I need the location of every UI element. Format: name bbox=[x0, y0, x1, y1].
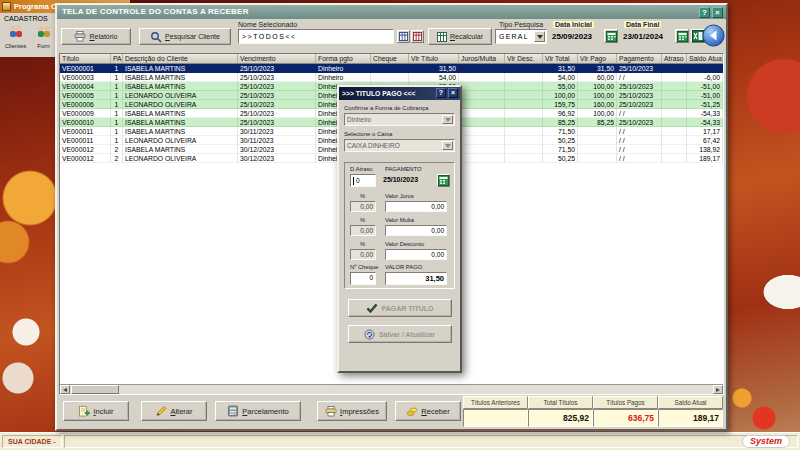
cell-forma: Dinheiro bbox=[316, 73, 371, 82]
cell-vlr_pago bbox=[578, 145, 617, 154]
valor-multa-input[interactable]: 0,00 bbox=[385, 225, 447, 236]
pesquisar-cliente-button[interactable]: Pesquisar Cliente bbox=[139, 28, 231, 45]
column-header-juros_multa[interactable]: Juros/Multa bbox=[459, 54, 505, 63]
dialog-titlebar[interactable]: >>> TITULO PAGO <<< ? × bbox=[339, 87, 460, 100]
receber-label: Receber bbox=[421, 407, 449, 416]
valor-desconto-input[interactable]: 0,00 bbox=[385, 249, 447, 260]
relatorio-button[interactable]: Relatório bbox=[61, 28, 131, 45]
alterar-button[interactable]: Alterar bbox=[141, 401, 207, 421]
cell-vlr_total: 96,92 bbox=[543, 109, 578, 118]
d-atraso-input[interactable]: 0 bbox=[350, 174, 376, 187]
data-inicial-calendar-button[interactable] bbox=[604, 29, 618, 43]
numero-cheque-input[interactable]: 0 bbox=[350, 272, 376, 285]
back-arrow-button[interactable] bbox=[702, 24, 725, 47]
parcelamento-button[interactable]: Parcelamento bbox=[215, 401, 301, 421]
column-header-vlr_desc[interactable]: Vlr Desc. bbox=[505, 54, 543, 63]
table-row[interactable]: VE0000011ISABELA MARTINS25/10/2023Dinhei… bbox=[60, 64, 723, 73]
dialog-help-button[interactable]: ? bbox=[436, 88, 446, 98]
window-close-button[interactable]: × bbox=[712, 7, 723, 18]
cell-pagamento: 25/10/2023 bbox=[617, 118, 662, 127]
tipo-pesquisa-select[interactable]: GERAL bbox=[495, 29, 547, 44]
cell-vlr_pago: 100,00 bbox=[578, 82, 617, 91]
juros-percent-input[interactable]: 0,00 bbox=[350, 201, 376, 212]
window-titlebar[interactable]: TELA DE CONTROLE DO CONTAS A RECEBER ? × bbox=[57, 5, 726, 19]
recalcular-button[interactable]: Recalcular bbox=[428, 28, 492, 45]
data-final-value[interactable]: 23/01/2024 bbox=[623, 32, 663, 41]
blue-arrow-icon bbox=[702, 24, 725, 47]
window-title: TELA DE CONTROLE DO CONTAS A RECEBER bbox=[62, 7, 249, 16]
cell-saldo bbox=[687, 64, 723, 73]
pagamento-date[interactable]: 25/10/2023 bbox=[383, 176, 418, 183]
data-final-calendar-button[interactable] bbox=[675, 29, 689, 43]
cell-juros_multa bbox=[459, 82, 505, 91]
nome-selecionado-input[interactable]: >>TODOS<< bbox=[238, 29, 394, 44]
chevron-down-icon[interactable] bbox=[534, 31, 545, 42]
cell-vencimento: 25/10/2023 bbox=[238, 91, 316, 100]
multa-percent-input[interactable]: 0,00 bbox=[350, 225, 376, 236]
add-document-icon bbox=[78, 405, 90, 417]
cell-vencimento: 25/10/2023 bbox=[238, 118, 316, 127]
grid-view-button-2[interactable] bbox=[411, 30, 424, 43]
window-help-button[interactable]: ? bbox=[699, 7, 710, 18]
desconto-percent-input[interactable]: 0,00 bbox=[350, 249, 376, 260]
caixa-select[interactable]: CAIXA DINHEIRO bbox=[344, 139, 455, 152]
cell-atraso bbox=[662, 154, 687, 163]
pagar-titulo-button[interactable]: PAGAR TITULO bbox=[348, 299, 452, 317]
receber-button[interactable]: Receber bbox=[395, 401, 461, 421]
cell-vlr_total: 54,00 bbox=[543, 73, 578, 82]
cell-saldo: 67,42 bbox=[687, 136, 723, 145]
toolbar-button-fornecedores[interactable]: Forn bbox=[30, 25, 57, 56]
cell-saldo: 189,17 bbox=[687, 154, 723, 163]
cell-atraso bbox=[662, 145, 687, 154]
vendor-logo: System bbox=[742, 435, 790, 448]
column-header-vlr_pago[interactable]: Vlr Pago bbox=[578, 54, 617, 63]
cell-cliente: ISABELA MARTINS bbox=[123, 127, 238, 136]
cell-pagamento: 25/10/2023 bbox=[617, 91, 662, 100]
summary-cell: Total Títulos825,92 bbox=[528, 396, 593, 427]
cell-vlr_desc bbox=[505, 136, 543, 145]
toolbar-button-clientes[interactable]: Clientes bbox=[2, 25, 29, 56]
scroll-right-button[interactable] bbox=[713, 385, 723, 394]
incluir-button[interactable]: Incluir bbox=[63, 401, 129, 421]
salvar-atualizar-button[interactable]: Salvar / Atualizar bbox=[348, 325, 452, 343]
cell-vlr_desc bbox=[505, 64, 543, 73]
scroll-left-button[interactable] bbox=[60, 385, 70, 394]
scroll-thumb[interactable] bbox=[71, 385, 119, 394]
menu-cadastros[interactable]: CADASTROS bbox=[4, 15, 48, 22]
arrow-left-icon bbox=[63, 388, 67, 392]
cell-atraso bbox=[662, 136, 687, 145]
pagamento-calendar-button[interactable] bbox=[437, 174, 450, 187]
summary-panel: Títulos AnterioresTotal Títulos825,92Tít… bbox=[463, 396, 723, 427]
main-toolbar: Relatório Pesquisar Cliente Nome Selecio… bbox=[57, 19, 726, 53]
column-header-pagamento[interactable]: Pagamento bbox=[617, 54, 662, 63]
valor-juros-input[interactable]: 0,00 bbox=[385, 201, 447, 212]
cell-vlr_desc bbox=[505, 127, 543, 136]
column-header-titulo[interactable]: Título bbox=[60, 54, 111, 63]
impressoes-button[interactable]: Impressões bbox=[317, 401, 387, 421]
column-header-vlr_titulo[interactable]: Vlr Título bbox=[409, 54, 459, 63]
app-icon bbox=[2, 2, 11, 11]
horizontal-scrollbar[interactable] bbox=[60, 384, 723, 394]
table-row[interactable]: VE0000031ISABELA MARTINS25/10/2023Dinhei… bbox=[60, 73, 723, 82]
column-header-saldo[interactable]: Saldo Atual bbox=[687, 54, 723, 63]
data-inicial-value[interactable]: 25/09/2023 bbox=[552, 32, 592, 41]
calendar-icon bbox=[606, 31, 617, 42]
valor-pago-input[interactable]: 31,50 bbox=[385, 272, 447, 285]
column-header-vencimento[interactable]: Vencimento bbox=[238, 54, 316, 63]
cell-saldo: 17,17 bbox=[687, 127, 723, 136]
dialog-close-button[interactable]: × bbox=[448, 88, 458, 98]
impressoes-label: Impressões bbox=[340, 407, 379, 416]
column-header-cliente[interactable]: Descrição do Cliente bbox=[123, 54, 238, 63]
cell-saldo: -51,00 bbox=[687, 91, 723, 100]
column-header-vlr_total[interactable]: Vlr Total bbox=[543, 54, 578, 63]
cell-pa: 1 bbox=[111, 109, 123, 118]
cell-vencimento: 30/12/2023 bbox=[238, 154, 316, 163]
cell-juros_multa bbox=[459, 109, 505, 118]
column-header-cheque[interactable]: Cheque bbox=[371, 54, 409, 63]
column-header-atraso[interactable]: Atraso bbox=[662, 54, 687, 63]
tipo-pesquisa-value: GERAL bbox=[499, 33, 529, 40]
column-header-forma[interactable]: Forma pgto bbox=[316, 54, 371, 63]
grid-view-button-1[interactable] bbox=[397, 30, 410, 43]
forma-cobranca-select[interactable]: Dinheiro bbox=[344, 113, 455, 126]
column-header-pa[interactable]: PA bbox=[111, 54, 123, 63]
